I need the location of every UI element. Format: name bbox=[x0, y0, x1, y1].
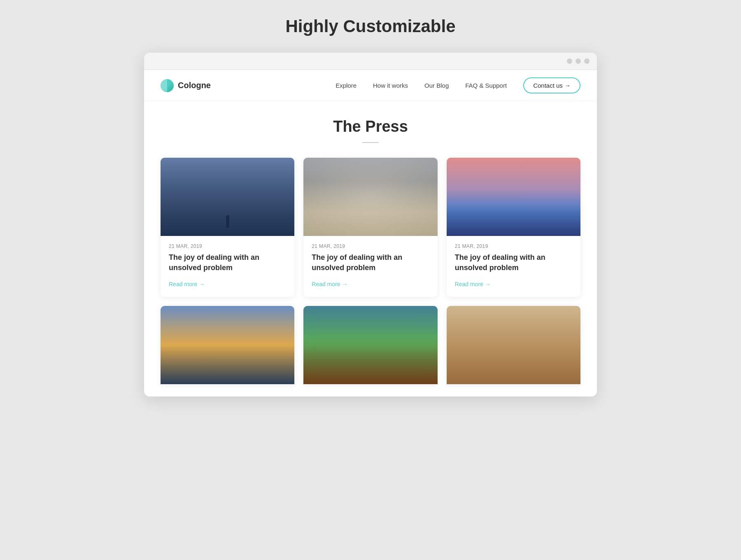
logo[interactable]: Cologne bbox=[161, 79, 211, 92]
nav-links: Explore How it works Our Blog FAQ & Supp… bbox=[336, 82, 507, 89]
card-date-3: 21 MAR, 2019 bbox=[455, 243, 572, 249]
article-card-1: 21 MAR, 2019 The joy of dealing with an … bbox=[161, 158, 294, 297]
nav-link-our-blog[interactable]: Our Blog bbox=[424, 82, 449, 89]
browser-dot-1 bbox=[567, 58, 572, 64]
browser-chrome bbox=[144, 53, 597, 70]
browser-dot-2 bbox=[576, 58, 581, 64]
read-more-link-3[interactable]: Read more → bbox=[455, 281, 491, 287]
section-divider bbox=[362, 142, 379, 143]
card-title-2: The joy of dealing with an unsolved prob… bbox=[312, 252, 429, 273]
section-title: The Press bbox=[161, 118, 580, 135]
card-title-3: The joy of dealing with an unsolved prob… bbox=[455, 252, 572, 273]
nav-link-how-it-works[interactable]: How it works bbox=[373, 82, 408, 89]
card-date-2: 21 MAR, 2019 bbox=[312, 243, 429, 249]
article-card-3: 21 MAR, 2019 The joy of dealing with an … bbox=[447, 158, 580, 297]
card-image-4 bbox=[161, 306, 294, 384]
nav-item-faq[interactable]: FAQ & Support bbox=[465, 82, 507, 89]
card-body-3: 21 MAR, 2019 The joy of dealing with an … bbox=[447, 236, 580, 297]
browser-window: Cologne Explore How it works Our Blog FA… bbox=[144, 53, 597, 397]
card-image-5 bbox=[303, 306, 437, 384]
card-body-2: 21 MAR, 2019 The joy of dealing with an … bbox=[303, 236, 437, 297]
page-title: Highly Customizable bbox=[285, 16, 455, 36]
logo-icon bbox=[161, 79, 174, 92]
read-more-link-2[interactable]: Read more → bbox=[312, 281, 347, 287]
card-body-1: 21 MAR, 2019 The joy of dealing with an … bbox=[161, 236, 294, 297]
card-image-1 bbox=[161, 158, 294, 236]
cards-grid-partial bbox=[161, 306, 580, 384]
nav-item-our-blog[interactable]: Our Blog bbox=[424, 82, 449, 89]
card-image-2 bbox=[303, 158, 437, 236]
article-card-2: 21 MAR, 2019 The joy of dealing with an … bbox=[303, 158, 437, 297]
contact-us-button[interactable]: Contact us → bbox=[523, 77, 580, 93]
logo-text: Cologne bbox=[178, 81, 211, 90]
main-content: The Press 21 MAR, 2019 The joy of dealin… bbox=[144, 101, 597, 397]
article-card-6 bbox=[447, 306, 580, 384]
browser-dot-3 bbox=[584, 58, 590, 64]
nav-link-explore[interactable]: Explore bbox=[336, 82, 357, 89]
nav-item-how-it-works[interactable]: How it works bbox=[373, 82, 408, 89]
navbar: Cologne Explore How it works Our Blog FA… bbox=[144, 70, 597, 101]
article-card-4 bbox=[161, 306, 294, 384]
nav-link-faq[interactable]: FAQ & Support bbox=[465, 82, 507, 89]
read-more-link-1[interactable]: Read more → bbox=[169, 281, 205, 287]
card-title-1: The joy of dealing with an unsolved prob… bbox=[169, 252, 286, 273]
cards-grid: 21 MAR, 2019 The joy of dealing with an … bbox=[161, 158, 580, 297]
card-image-3 bbox=[447, 158, 580, 236]
card-image-6 bbox=[447, 306, 580, 384]
nav-item-explore[interactable]: Explore bbox=[336, 82, 357, 89]
card-date-1: 21 MAR, 2019 bbox=[169, 243, 286, 249]
article-card-5 bbox=[303, 306, 437, 384]
